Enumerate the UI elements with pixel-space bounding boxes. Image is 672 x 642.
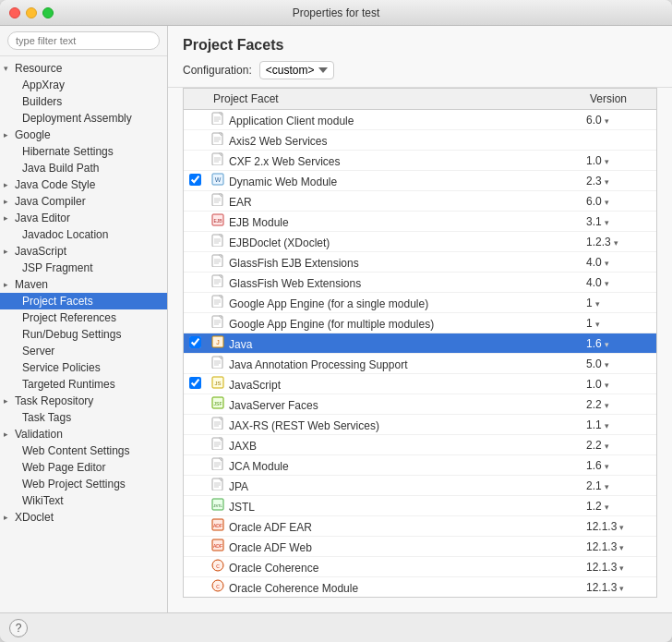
facet-name-cell: JSJavaScript	[206, 374, 582, 394]
table-row[interactable]: JPA2.1▾	[184, 476, 656, 496]
version-dropdown-arrow[interactable]: ▾	[605, 503, 609, 512]
svg-text:JSF: JSF	[214, 401, 222, 406]
table-row[interactable]: JSFJavaServer Faces2.2▾	[184, 394, 656, 415]
table-row[interactable]: JAXB2.2▾	[184, 435, 656, 455]
version-dropdown-arrow[interactable]: ▾	[605, 360, 609, 369]
bottom-bar: ?	[0, 612, 672, 642]
sidebar-item-maven[interactable]: Maven	[0, 276, 167, 293]
version-dropdown-arrow[interactable]: ▾	[605, 157, 609, 166]
version-dropdown-arrow[interactable]: ▾	[619, 543, 624, 552]
help-button[interactable]: ?	[9, 619, 28, 637]
minimize-button[interactable]	[26, 7, 37, 18]
version-dropdown-arrow[interactable]: ▾	[605, 442, 609, 451]
version-dropdown-arrow[interactable]: ▾	[605, 381, 609, 390]
table-row[interactable]: WLOracle WebLogic EAR Extensions12.1.3▾	[184, 598, 656, 599]
sidebar-item-google[interactable]: Google	[0, 127, 167, 143]
maximize-button[interactable]	[42, 7, 54, 18]
sidebar-item-java-build-path[interactable]: Java Build Path	[0, 160, 167, 176]
facet-name-text: JAX-RS (REST Web Services)	[229, 419, 379, 432]
table-row[interactable]: Application Client module6.0▾	[184, 110, 656, 130]
table-row[interactable]: COracle Coherence Module12.1.3▾	[184, 577, 656, 598]
version-dropdown-arrow[interactable]: ▾	[619, 584, 624, 593]
version-dropdown-arrow[interactable]: ▾	[605, 198, 609, 207]
facet-name-cell: ADFOracle ADF Web	[206, 537, 582, 557]
version-dropdown-arrow[interactable]: ▾	[595, 299, 600, 309]
version-dropdown-arrow[interactable]: ▾	[614, 238, 618, 248]
table-row[interactable]: Google App Engine (for multiple modules)…	[184, 313, 656, 333]
expand-icon	[4, 130, 13, 139]
facet-checkbox-cell	[184, 212, 206, 232]
sidebar-item-run-debug-settings[interactable]: Run/Debug Settings	[0, 326, 167, 343]
table-row[interactable]: COracle Coherence12.1.3▾	[184, 557, 656, 577]
facet-checkbox[interactable]	[189, 336, 201, 348]
sidebar-item-service-policies[interactable]: Service Policies	[0, 359, 167, 376]
table-row[interactable]: CXF 2.x Web Services1.0▾	[184, 151, 656, 171]
table-row[interactable]: JJava1.6▾	[184, 333, 656, 354]
facet-name-cell: Axis2 Web Services	[206, 130, 582, 151]
facet-checkbox-cell	[184, 557, 206, 577]
table-row[interactable]: GlassFish Web Extensions4.0▾	[184, 273, 656, 293]
table-row[interactable]: JSTLJSTL1.2▾	[184, 496, 656, 516]
facet-version-cell: 5.0▾	[582, 354, 656, 374]
version-dropdown-arrow[interactable]: ▾	[605, 279, 609, 288]
sidebar-item-java-editor[interactable]: Java Editor	[0, 210, 167, 226]
sidebar-item-validation[interactable]: Validation	[0, 426, 167, 442]
sidebar-item-resource[interactable]: Resource	[0, 60, 167, 77]
facet-version-cell: 1.2▾	[582, 496, 656, 516]
version-dropdown-arrow[interactable]: ▾	[605, 482, 609, 491]
sidebar-item-server[interactable]: Server	[0, 343, 167, 359]
version-dropdown-arrow[interactable]: ▾	[605, 177, 609, 187]
sidebar-item-web-content-settings[interactable]: Web Content Settings	[0, 442, 167, 459]
sidebar-item-task-repository[interactable]: Task Repository	[0, 393, 167, 409]
facet-checkbox[interactable]	[189, 174, 201, 186]
sidebar-item-targeted-runtimes[interactable]: Targeted Runtimes	[0, 376, 167, 393]
sidebar-item-project-facets[interactable]: Project Facets	[0, 293, 167, 309]
table-row[interactable]: Axis2 Web Services	[184, 130, 656, 151]
table-row[interactable]: GlassFish EJB Extensions4.0▾	[184, 252, 656, 273]
table-row[interactable]: Java Annotation Processing Support5.0▾	[184, 354, 656, 374]
facet-version-cell: 4.0▾	[582, 273, 656, 293]
sidebar-item-web-project-settings[interactable]: Web Project Settings	[0, 476, 167, 492]
table-row[interactable]: JCA Module1.6▾	[184, 455, 656, 476]
table-row[interactable]: ADFOracle ADF EAR12.1.3▾	[184, 516, 656, 537]
facet-version-cell: 2.1▾	[582, 476, 656, 496]
sidebar-item-web-page-editor[interactable]: Web Page Editor	[0, 459, 167, 476]
table-row[interactable]: JAX-RS (REST Web Services)1.1▾	[184, 415, 656, 435]
version-dropdown-arrow[interactable]: ▾	[605, 462, 609, 471]
sidebar-item-wikitext[interactable]: WikiText	[0, 492, 167, 509]
sidebar-item-java-compiler[interactable]: Java Compiler	[0, 193, 167, 210]
sidebar-item-javadoc-location[interactable]: Javadoc Location	[0, 226, 167, 243]
sidebar-item-appxray[interactable]: AppXray	[0, 77, 167, 93]
table-row[interactable]: EAR6.0▾	[184, 191, 656, 212]
sidebar-item-jsp-fragment[interactable]: JSP Fragment	[0, 260, 167, 276]
version-dropdown-arrow[interactable]: ▾	[595, 320, 600, 329]
sidebar-item-javascript[interactable]: JavaScript	[0, 243, 167, 260]
version-dropdown-arrow[interactable]: ▾	[605, 116, 609, 126]
version-dropdown-arrow[interactable]: ▾	[619, 563, 624, 573]
search-input[interactable]	[7, 31, 160, 50]
sidebar-item-hibernate-settings[interactable]: Hibernate Settings	[0, 143, 167, 160]
table-row[interactable]: JSJavaScript1.0▾	[184, 374, 656, 394]
col-facet: Project Facet	[206, 89, 582, 110]
facet-checkbox-cell	[184, 496, 206, 516]
sidebar-item-project-references[interactable]: Project References	[0, 309, 167, 326]
table-row[interactable]: Google App Engine (for a single module)1…	[184, 293, 656, 313]
facet-checkbox[interactable]	[189, 377, 201, 389]
version-dropdown-arrow[interactable]: ▾	[605, 401, 609, 410]
sidebar-item-task-tags[interactable]: Task Tags	[0, 409, 167, 426]
version-dropdown-arrow[interactable]: ▾	[619, 523, 624, 532]
config-select[interactable]: <custom>	[259, 61, 334, 79]
sidebar-item-deployment-assembly[interactable]: Deployment Assembly	[0, 110, 167, 127]
sidebar-item-xdoclet[interactable]: XDoclet	[0, 509, 167, 526]
sidebar-item-java-code-style[interactable]: Java Code Style	[0, 176, 167, 193]
table-row[interactable]: WDynamic Web Module2.3▾	[184, 171, 656, 191]
version-dropdown-arrow[interactable]: ▾	[605, 218, 609, 227]
table-row[interactable]: ADFOracle ADF Web12.1.3▾	[184, 537, 656, 557]
sidebar-item-builders[interactable]: Builders	[0, 93, 167, 110]
version-dropdown-arrow[interactable]: ▾	[605, 340, 609, 349]
version-dropdown-arrow[interactable]: ▾	[605, 259, 609, 268]
table-row[interactable]: EJBDoclet (XDoclet)1.2.3▾	[184, 232, 656, 252]
table-row[interactable]: EJBEJB Module3.1▾	[184, 212, 656, 232]
close-button[interactable]	[9, 7, 20, 18]
version-dropdown-arrow[interactable]: ▾	[605, 421, 609, 430]
